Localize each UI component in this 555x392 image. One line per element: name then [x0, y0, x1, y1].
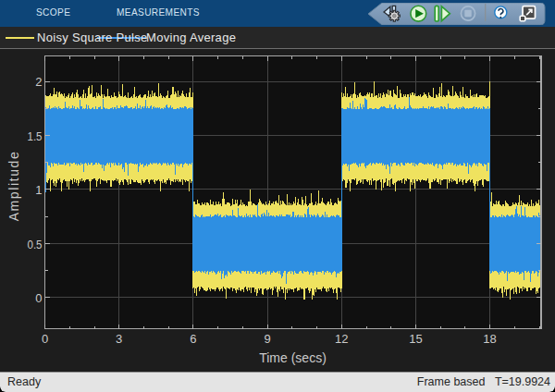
svg-text:6: 6	[190, 332, 196, 346]
svg-text:Time (secs): Time (secs)	[259, 350, 327, 365]
svg-text:12: 12	[335, 332, 348, 346]
svg-text:2: 2	[35, 75, 42, 89]
svg-text:1.5: 1.5	[28, 129, 43, 143]
svg-text:9: 9	[264, 332, 270, 346]
svg-text:15: 15	[409, 332, 422, 346]
svg-text:0: 0	[42, 332, 48, 346]
svg-text:3: 3	[116, 332, 122, 346]
svg-text:18: 18	[483, 332, 496, 346]
svg-text:0.5: 0.5	[28, 238, 43, 251]
svg-text:Amplitude: Amplitude	[6, 151, 21, 222]
svg-text:0: 0	[35, 291, 42, 305]
svg-text:1: 1	[35, 183, 42, 197]
